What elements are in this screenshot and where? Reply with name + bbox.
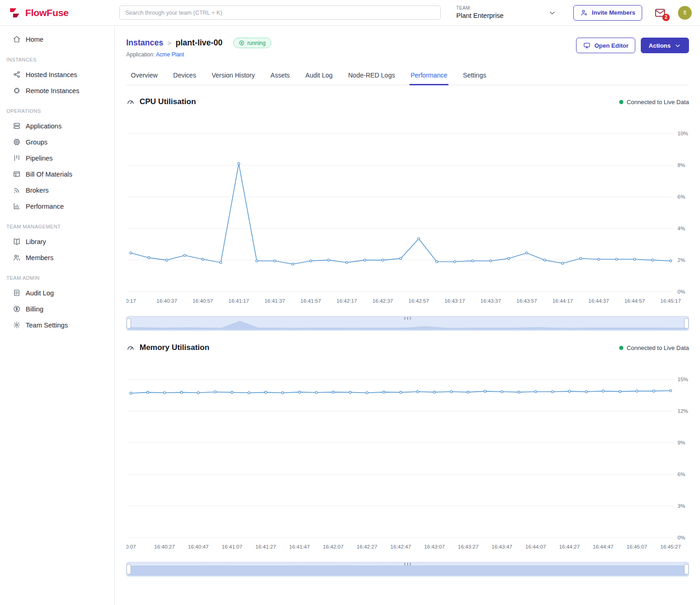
- sidebar-item-label: Pipelines: [26, 155, 53, 162]
- tab-settings[interactable]: Settings: [462, 67, 487, 85]
- instance-name: plant-live-00: [176, 38, 223, 48]
- svg-text:16:40:27: 16:40:27: [154, 544, 175, 549]
- tab-performance[interactable]: Performance: [409, 67, 448, 85]
- sidebar-item-team-settings[interactable]: Team Settings: [0, 317, 114, 333]
- sidebar-item-label: Team Settings: [26, 322, 68, 329]
- cpu-panel-title: CPU Utilisation: [126, 97, 196, 106]
- members-icon: [13, 254, 21, 261]
- breadcrumb-instances-link[interactable]: Instances: [126, 38, 163, 48]
- svg-text:9%: 9%: [678, 440, 685, 445]
- sidebar-item-audit-log[interactable]: Audit Log: [0, 285, 114, 301]
- cpu-panel-header: CPU Utilisation Connected to Live Data: [126, 97, 689, 106]
- sidebar-section-label: TEAM MANAGEMENT: [0, 214, 114, 233]
- team-selector[interactable]: TEAM: Plant Enterprise: [456, 6, 556, 20]
- sidebar-item-brokers[interactable]: Brokers: [0, 182, 114, 198]
- sidebar-item-label: Performance: [26, 203, 64, 210]
- pipelines-icon: [13, 154, 21, 162]
- svg-text:16:42:07: 16:42:07: [323, 544, 344, 549]
- team-search-input[interactable]: [119, 6, 441, 20]
- application-link[interactable]: Acme Plant: [156, 51, 184, 58]
- sidebar-item-label: Hosted Instances: [26, 71, 77, 78]
- svg-text:6%: 6%: [678, 194, 685, 200]
- sidebar-item-library[interactable]: Library: [0, 233, 114, 250]
- user-plus-icon: [580, 9, 588, 17]
- open-editor-label: Open Editor: [594, 42, 628, 49]
- performance-icon: [13, 202, 21, 210]
- chevron-down-icon: [674, 42, 681, 49]
- flowfuse-logo[interactable]: FlowFuse: [8, 6, 115, 19]
- svg-text:16:41:17: 16:41:17: [229, 298, 249, 304]
- svg-text:4%: 4%: [678, 226, 685, 231]
- sidebar-item-performance[interactable]: Performance: [0, 198, 114, 214]
- applications-icon: [13, 122, 21, 130]
- sidebar-item-label: Bill Of Materials: [26, 171, 73, 178]
- open-editor-button[interactable]: Open Editor: [576, 38, 635, 53]
- play-circle-icon: [239, 40, 245, 46]
- remote-instances-icon: [13, 87, 21, 94]
- svg-text:0%: 0%: [678, 535, 685, 540]
- svg-text:16:45:07: 16:45:07: [627, 544, 647, 549]
- gauge-icon: [126, 344, 135, 352]
- memory-chart-zoom-slider[interactable]: [126, 561, 689, 577]
- svg-text:16:41:07: 16:41:07: [222, 544, 242, 549]
- memory-utilisation-panel: Memory Utilisation Connected to Live Dat…: [126, 343, 689, 577]
- tab-assets[interactable]: Assets: [269, 67, 291, 85]
- svg-text:16:40:47: 16:40:47: [188, 544, 209, 549]
- tab-audit-log[interactable]: Audit Log: [304, 67, 333, 85]
- sidebar-item-remote-instances[interactable]: Remote Instances: [0, 83, 114, 99]
- tab-overview[interactable]: Overview: [130, 67, 158, 85]
- svg-text:16:40:37: 16:40:37: [157, 298, 177, 304]
- brand-name: FlowFuse: [25, 7, 68, 18]
- svg-text:2%: 2%: [678, 257, 685, 263]
- team-settings-icon: [13, 321, 21, 329]
- sidebar-item-members[interactable]: Members: [0, 250, 114, 266]
- sidebar: HomeINSTANCESHosted InstancesRemote Inst…: [0, 26, 115, 605]
- sidebar-item-billing[interactable]: Billing: [0, 301, 114, 317]
- sidebar-item-home[interactable]: Home: [0, 31, 114, 47]
- svg-text:16:44:57: 16:44:57: [624, 298, 645, 304]
- team-label: TEAM:: [456, 6, 504, 11]
- groups-icon: [13, 138, 21, 146]
- actions-button[interactable]: Actions: [641, 38, 689, 53]
- svg-text:16:41:47: 16:41:47: [289, 544, 310, 549]
- live-status-dot: [619, 346, 623, 350]
- flowfuse-logo-icon: [8, 6, 21, 19]
- zoom-slider-left-handle[interactable]: [127, 564, 131, 574]
- sidebar-item-hosted-instances[interactable]: Hosted Instances: [0, 67, 114, 83]
- svg-text:16:45:27: 16:45:27: [661, 544, 681, 549]
- tab-version-history[interactable]: Version History: [211, 67, 256, 85]
- svg-text:12%: 12%: [678, 408, 688, 414]
- brokers-icon: [13, 186, 21, 194]
- sidebar-item-label: Library: [26, 238, 46, 245]
- zoom-slider-right-handle[interactable]: [684, 564, 689, 574]
- sidebar-item-groups[interactable]: Groups: [0, 134, 114, 150]
- cpu-chart-zoom-slider[interactable]: [126, 316, 689, 331]
- memory-panel-title-text: Memory Utilisation: [140, 343, 209, 352]
- chevron-down-icon: [548, 9, 556, 17]
- zoom-slider-right-handle[interactable]: [684, 318, 689, 328]
- svg-text:16:42:57: 16:42:57: [409, 298, 429, 304]
- zoom-slider-left-handle[interactable]: [127, 318, 131, 328]
- editor-icon: [583, 42, 591, 50]
- svg-text:16:44:07: 16:44:07: [526, 544, 546, 549]
- tab-node-red-logs[interactable]: Node-RED Logs: [347, 67, 396, 85]
- breadcrumb-separator: >: [168, 39, 172, 47]
- actions-label: Actions: [649, 42, 671, 49]
- user-avatar[interactable]: fl: [678, 6, 692, 20]
- sidebar-item-pipelines[interactable]: Pipelines: [0, 150, 114, 166]
- sidebar-item-label: Applications: [26, 122, 62, 130]
- memory-utilisation-chart: 0%3%6%9%12%15%0:0716:40:2716:40:4716:41:…: [126, 354, 689, 555]
- application-label: Application:: [126, 51, 155, 58]
- live-status-dot: [619, 100, 623, 104]
- notifications-button[interactable]: 2: [654, 7, 666, 19]
- sidebar-item-bill-of-materials[interactable]: Bill Of Materials: [0, 166, 114, 182]
- svg-text:16:44:37: 16:44:37: [588, 298, 609, 304]
- memory-live-status: Connected to Live Data: [619, 344, 689, 351]
- svg-text:16:43:17: 16:43:17: [444, 298, 465, 304]
- sidebar-item-applications[interactable]: Applications: [0, 118, 114, 134]
- svg-text:16:43:07: 16:43:07: [424, 544, 445, 549]
- tab-devices[interactable]: Devices: [172, 67, 197, 85]
- svg-text:16:43:37: 16:43:37: [481, 298, 501, 304]
- invite-members-button[interactable]: Invite Members: [573, 5, 642, 21]
- memory-panel-header: Memory Utilisation Connected to Live Dat…: [126, 343, 689, 352]
